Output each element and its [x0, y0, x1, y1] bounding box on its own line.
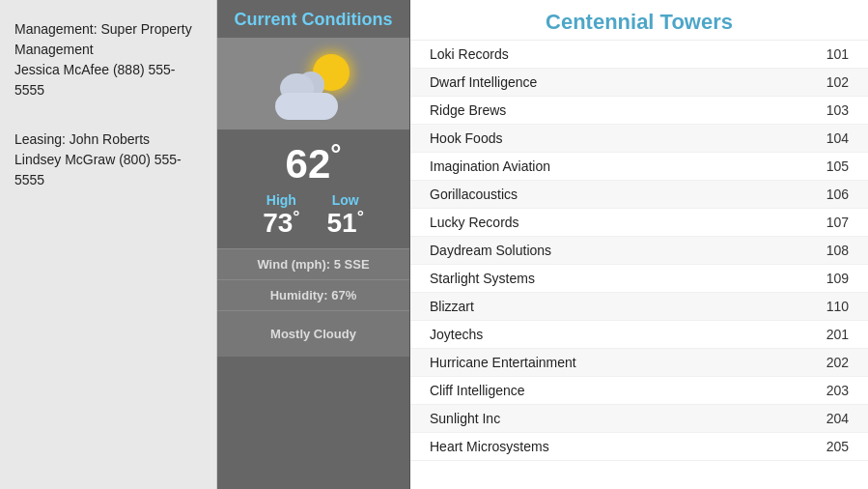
tenant-unit: 202 [826, 355, 849, 370]
weather-icon [270, 52, 357, 120]
tenant-unit: 101 [826, 46, 849, 62]
tenant-unit: 102 [826, 74, 849, 90]
tenant-name: Loki Records [430, 46, 509, 62]
cloud-icon [270, 76, 343, 120]
tenant-unit: 106 [826, 187, 849, 202]
tenant-name: Starlight Systems [430, 271, 535, 286]
tenant-row: Heart Microsystems205 [410, 433, 868, 461]
tenant-name: Blizzart [430, 299, 474, 314]
high-low-row: High 73° Low 51° [217, 192, 409, 239]
weather-panel: Current Conditions 62° High 73° Low 51° [217, 0, 410, 489]
tenant-row: Hurricane Entertainment202 [410, 349, 868, 377]
tenant-row: Hook Foods104 [410, 125, 868, 153]
high-value: 73° [263, 208, 299, 239]
tenant-unit: 205 [826, 439, 849, 454]
tenant-unit: 103 [826, 102, 849, 118]
tenant-unit: 201 [826, 327, 849, 342]
management-block: Management: Super Property Management Je… [14, 19, 202, 101]
tenant-list: Loki Records101Dwarf Intelligence102Ridg… [410, 41, 868, 489]
weather-icon-container [217, 38, 409, 129]
humidity-row: Humidity: 67% [217, 279, 409, 310]
tenant-row: Ridge Brews103 [410, 97, 868, 125]
tenant-unit: 110 [826, 299, 849, 314]
management-label: Management: Super Property Management [14, 21, 192, 57]
tenant-row: Cliff Intelligence203 [410, 377, 868, 405]
building-title: Centennial Towers [410, 0, 868, 41]
low-block: Low 51° [327, 192, 364, 239]
management-contact: Jessica McAfee (888) 555-5555 [14, 62, 176, 98]
weather-details: Wind (mph): 5 SSE Humidity: 67% Mostly C… [217, 248, 409, 357]
tenant-name: Heart Microsystems [430, 439, 549, 454]
tenant-unit: 105 [826, 158, 849, 174]
tenant-unit: 109 [826, 271, 849, 286]
condition-row: Mostly Cloudy [217, 310, 409, 357]
tenant-row: Lucky Records107 [410, 209, 868, 237]
tenant-unit: 104 [826, 130, 849, 146]
low-value: 51° [327, 208, 364, 239]
tenant-row: Blizzart110 [410, 293, 868, 321]
tenant-unit: 107 [826, 215, 849, 230]
wind-row: Wind (mph): 5 SSE [217, 248, 409, 279]
tenant-row: Loki Records101 [410, 41, 868, 69]
tenant-name: Joytechs [430, 327, 483, 342]
tenant-row: Gorillacoustics106 [410, 181, 868, 209]
high-label: High [266, 192, 296, 208]
tenant-name: Dwarf Intelligence [430, 74, 537, 90]
tenant-name: Lucky Records [430, 215, 519, 230]
tenant-name: Imagination Aviation [430, 158, 550, 174]
low-label: Low [332, 192, 359, 208]
tenant-row: Dwarf Intelligence102 [410, 69, 868, 97]
tenant-unit: 108 [826, 243, 849, 258]
tenant-name: Hurricane Entertainment [430, 355, 576, 370]
tenant-unit: 203 [826, 383, 849, 398]
tenant-name: Daydream Solutions [430, 243, 551, 258]
tenant-name: Gorillacoustics [430, 187, 518, 202]
leasing-block: Leasing: John Roberts Lindsey McGraw (80… [14, 129, 202, 190]
leasing-contact: Lindsey McGraw (800) 555-5555 [14, 152, 182, 187]
tenant-row: Starlight Systems109 [410, 265, 868, 293]
weather-title: Current Conditions [225, 10, 403, 30]
leasing-label: Leasing: John Roberts [14, 131, 150, 147]
tenant-name: Sunlight Inc [430, 411, 500, 426]
tenant-name: Ridge Brews [430, 102, 506, 118]
tenant-row: Sunlight Inc204 [410, 405, 868, 433]
tenant-unit: 204 [826, 411, 849, 426]
right-panel: Centennial Towers Loki Records101Dwarf I… [410, 0, 868, 489]
tenant-name: Cliff Intelligence [430, 383, 525, 398]
tenant-row: Joytechs201 [410, 321, 868, 349]
tenant-row: Imagination Aviation105 [410, 153, 868, 181]
high-block: High 73° [263, 192, 299, 239]
tenant-row: Daydream Solutions108 [410, 237, 868, 265]
temperature-display: 62° [286, 139, 342, 187]
left-panel: Management: Super Property Management Je… [0, 0, 217, 489]
tenant-name: Hook Foods [430, 130, 502, 146]
